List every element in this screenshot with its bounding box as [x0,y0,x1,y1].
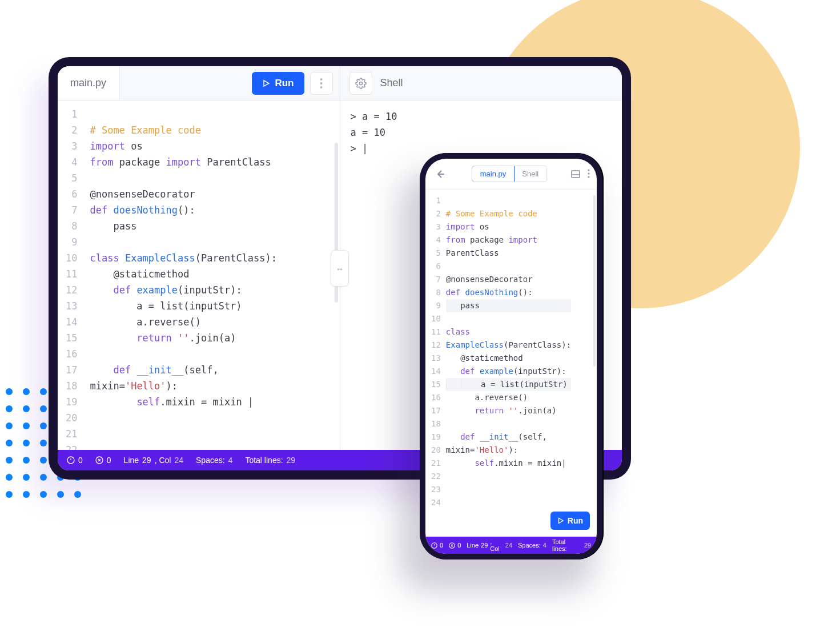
shell-title: Shell [380,77,403,89]
phone-header: main.py Shell [425,159,597,190]
warning-icon [67,456,75,464]
editor-pane: main.py Run 1234567891011121314151617181… [58,66,340,450]
status-cursor[interactable]: Line 29, Col 24 [124,456,183,465]
svg-point-9 [588,176,589,178]
svg-point-8 [588,172,589,174]
status-errors[interactable]: 0 [95,456,111,465]
back-button[interactable] [432,166,448,182]
tab-main[interactable]: main.py [472,166,515,182]
gear-icon [355,78,367,89]
svg-point-2 [320,86,323,88]
split-handle[interactable]: ↔ [331,250,349,287]
run-button[interactable]: Run [252,72,304,95]
kebab-icon [588,169,590,178]
svg-rect-6 [572,171,580,178]
panel-button[interactable] [570,169,581,179]
status-warnings[interactable]: 0 [67,456,83,465]
line-gutter: 1234567891011121314151617181920212223 [58,100,87,450]
play-icon [262,79,270,87]
editor-tab-bar: main.py Run [58,66,340,100]
phone-run-button[interactable]: Run [550,512,590,530]
file-tab-main[interactable]: main.py [58,66,119,100]
kebab-icon [320,78,323,89]
phone-device: main.py Shell 12345678910111213141516171… [420,153,602,559]
code-content: # Some Example code import os from packa… [87,100,283,450]
phone-more-button[interactable] [588,169,590,179]
svg-point-7 [588,169,589,171]
shell-header: Shell [340,66,622,100]
phone-code-editor[interactable]: 123456789101112131415161718192021222324 … [425,190,597,537]
shell-settings-button[interactable] [349,72,372,95]
phone-run-label: Run [568,516,583,525]
phone-tabs: main.py Shell [472,166,547,182]
phone-status-errors[interactable]: 0 [449,542,461,549]
phone-status-cursor[interactable]: Line 29, Col 24 [467,538,512,552]
arrow-left-icon [435,169,445,179]
phone-status-total: Total lines: 29 [552,538,591,552]
panel-icon [570,169,581,179]
phone-status-warnings[interactable]: 0 [431,542,443,549]
run-label: Run [275,78,294,89]
phone-line-gutter: 123456789101112131415161718192021222324 [425,190,444,537]
status-total-lines: Total lines: 29 [245,456,295,465]
code-editor[interactable]: 1234567891011121314151617181920212223 # … [58,100,340,450]
play-icon [557,517,564,524]
svg-point-3 [359,82,362,84]
phone-header-actions [570,169,590,179]
svg-point-1 [320,82,323,84]
phone-scrollbar[interactable] [593,195,596,367]
error-icon [449,542,455,549]
svg-point-0 [320,78,323,80]
phone-status-spaces[interactable]: Spaces: 4 [518,542,546,549]
error-icon [95,456,103,464]
phone-screen: main.py Shell 12345678910111213141516171… [425,159,597,554]
phone-code-content: # Some Example code import os from packa… [444,190,574,537]
status-spaces[interactable]: Spaces: 4 [196,456,232,465]
more-button[interactable] [310,72,333,95]
phone-status-bar: 0 0 Line 29, Col 24 Spaces: 4 Total line… [425,537,597,554]
warning-icon [431,542,437,549]
tab-shell[interactable]: Shell [514,166,546,182]
